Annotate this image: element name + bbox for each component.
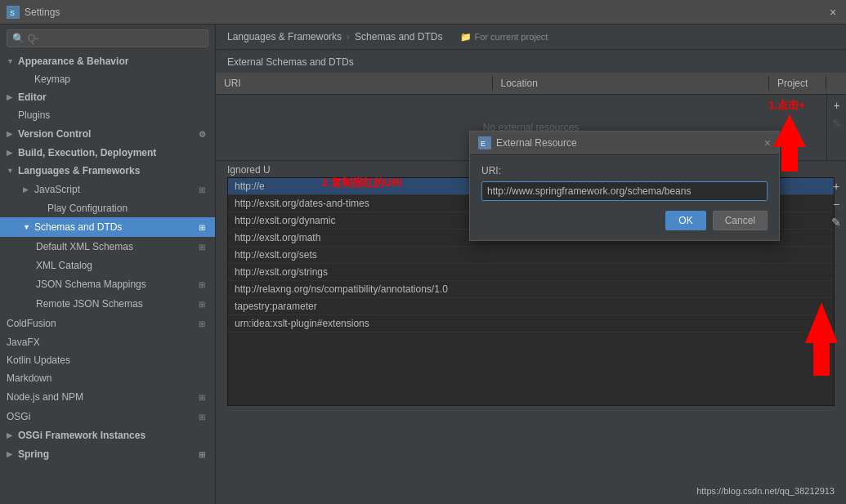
ignored-item-4[interactable]: http://exslt.org/sets	[228, 247, 834, 264]
project-icon: 📁	[460, 32, 472, 42]
header-location: Location	[493, 76, 770, 91]
sidebar-item-markdown[interactable]: Markdown	[0, 369, 215, 387]
arrow-icon: ▶	[23, 185, 33, 194]
search-box[interactable]: 🔍	[7, 29, 208, 47]
ext-icon: ⊞	[195, 183, 208, 196]
add-schema-button[interactable]: +	[828, 96, 846, 114]
sidebar-item-kotlin[interactable]: Kotlin Updates	[0, 351, 215, 369]
ext-icon: ⊞	[195, 297, 208, 310]
add-ignored-button[interactable]: +	[827, 177, 845, 195]
sidebar-label-build: Build, Execution, Deployment	[18, 147, 156, 158]
dialog-icon: E	[478, 136, 491, 149]
sidebar-label-nodejs: Node.js and NPM	[7, 391, 83, 403]
sidebar-label-osgi: OSGi	[7, 411, 30, 422]
sidebar-item-javafx[interactable]: JavaFX	[0, 333, 215, 351]
ext-icon: ⊞	[195, 390, 208, 404]
sidebar-label-version-control: Version Control	[18, 128, 91, 140]
sidebar-label-osgi-framework: OSGi Framework Instances	[18, 430, 145, 441]
breadcrumb: Languages & Frameworks › Schemas and DTD…	[216, 25, 846, 50]
sidebar-item-schemas-dtds[interactable]: ▼ Schemas and DTDs ⊞	[0, 217, 215, 237]
sidebar-item-keymap[interactable]: Keymap	[0, 70, 215, 88]
ext-icon: ⊞	[195, 240, 208, 253]
sidebar-label-xml-catalog: XML Catalog	[36, 260, 92, 271]
ext-icon: ⊞	[195, 278, 208, 291]
ignored-item-7[interactable]: tapestry:parameter	[228, 298, 834, 315]
sidebar-label-spring: Spring	[18, 448, 49, 460]
edit-schema-button[interactable]: ✎	[828, 114, 846, 132]
sidebar-item-spring[interactable]: ▶ Spring ⊞	[0, 444, 215, 464]
window-title: Settings	[25, 7, 826, 18]
sidebar-item-osgi-framework[interactable]: ▶ OSGi Framework Instances	[0, 426, 215, 444]
sidebar-label-default-xml: Default XML Schemas	[36, 241, 133, 252]
sidebar-item-osgi[interactable]: OSGi ⊞	[0, 407, 215, 426]
header-project: Project	[769, 76, 826, 91]
content-area: Languages & Frameworks › Schemas and DTD…	[216, 25, 846, 504]
sidebar-label-schemas-dtds: Schemas and DTDs	[34, 221, 122, 233]
arrow-icon: ▶	[7, 431, 16, 439]
sidebar-item-languages[interactable]: ▼ Languages & Frameworks	[0, 162, 215, 180]
gear-icon: ⚙	[195, 127, 208, 140]
uri-input[interactable]	[481, 181, 768, 201]
dialog-close-button[interactable]: ×	[764, 136, 771, 149]
ext-icon: ⊞	[195, 448, 208, 461]
breadcrumb-sep: ›	[347, 31, 350, 42]
sidebar-label-javafx: JavaFX	[7, 337, 40, 348]
app-icon: S	[7, 6, 20, 19]
table-header: URI Location Project	[216, 73, 846, 95]
sidebar-item-plugins[interactable]: Plugins	[0, 106, 215, 124]
svg-text:S: S	[10, 9, 15, 17]
sidebar-item-xml-catalog[interactable]: XML Catalog	[0, 256, 215, 274]
ext-icon: ⊞	[195, 221, 208, 234]
sidebar-item-json-schema[interactable]: JSON Schema Mappings ⊞	[0, 274, 215, 294]
sidebar-item-build[interactable]: ▶ Build, Execution, Deployment	[0, 144, 215, 162]
sidebar-label-coldfusion: ColdFusion	[7, 318, 56, 329]
ignored-toolbar: + − ✎	[826, 177, 846, 231]
sidebar-label-keymap: Keymap	[34, 74, 70, 85]
dialog-buttons: OK Cancel	[481, 211, 768, 230]
breadcrumb-current: Schemas and DTDs	[355, 31, 442, 42]
arrow-icon: ▶	[7, 149, 16, 157]
title-bar: S Settings ×	[0, 0, 846, 25]
sidebar-label-markdown: Markdown	[7, 372, 51, 384]
arrow-icon: ▶	[7, 450, 16, 458]
sidebar-item-default-xml[interactable]: Default XML Schemas ⊞	[0, 237, 215, 256]
sidebar-label-languages: Languages & Frameworks	[18, 165, 140, 176]
ignored-item-8[interactable]: urn:idea:xslt-plugin#extensions	[228, 315, 834, 332]
dialog-title: External Resource	[496, 137, 764, 149]
edit-ignored-button[interactable]: ✎	[827, 213, 845, 231]
ignored-item-6[interactable]: http://relaxng.org/ns/compatibility/anno…	[228, 281, 834, 298]
cancel-button[interactable]: Cancel	[713, 211, 768, 230]
dialog-title-bar: E External Resource ×	[470, 132, 779, 155]
sidebar-item-version-control[interactable]: ▶ Version Control ⚙	[0, 124, 215, 144]
search-input[interactable]	[28, 33, 203, 44]
arrow-icon: ▼	[7, 167, 16, 175]
ignored-item-5[interactable]: http://exslt.org/strings	[228, 264, 834, 281]
header-uri: URI	[216, 76, 493, 91]
sidebar-label-play-config: Play Configuration	[47, 203, 128, 214]
sidebar-item-play-config[interactable]: Play Configuration	[0, 199, 215, 217]
close-button[interactable]: ×	[826, 6, 839, 19]
schema-toolbar: + ✎	[826, 95, 846, 160]
remove-ignored-button[interactable]: −	[827, 195, 845, 213]
sidebar-item-javascript[interactable]: ▶ JavaScript ⊞	[0, 180, 215, 199]
sidebar-label-json-schema: JSON Schema Mappings	[36, 279, 146, 290]
sidebar-item-coldfusion[interactable]: ColdFusion ⊞	[0, 314, 215, 333]
sidebar-item-remote-json[interactable]: Remote JSON Schemas ⊞	[0, 294, 215, 314]
sidebar-item-editor[interactable]: ▶ Editor	[0, 88, 215, 106]
ext-icon: ⊞	[195, 410, 208, 423]
ext-icon: ⊞	[195, 317, 208, 330]
external-resource-dialog: E External Resource × URI: OK Cancel	[469, 131, 780, 241]
sidebar-label-remote-json: Remote JSON Schemas	[36, 298, 143, 310]
sidebar-label-kotlin: Kotlin Updates	[7, 355, 70, 366]
sidebar-item-appearance[interactable]: ▼ Appearance & Behavior	[0, 52, 215, 70]
arrow-icon: ▶	[7, 130, 16, 138]
sidebar: 🔍 ▼ Appearance & Behavior Keymap ▶ Edito…	[0, 25, 216, 504]
sidebar-item-nodejs[interactable]: Node.js and NPM ⊞	[0, 387, 215, 407]
arrow-icon: ▶	[7, 93, 16, 101]
uri-label: URI:	[481, 165, 768, 176]
breadcrumb-languages: Languages & Frameworks	[227, 31, 342, 42]
ok-button[interactable]: OK	[665, 211, 705, 230]
search-icon: 🔍	[12, 33, 25, 44]
arrow-icon: ▼	[7, 57, 16, 65]
sidebar-label-javascript: JavaScript	[34, 184, 80, 195]
